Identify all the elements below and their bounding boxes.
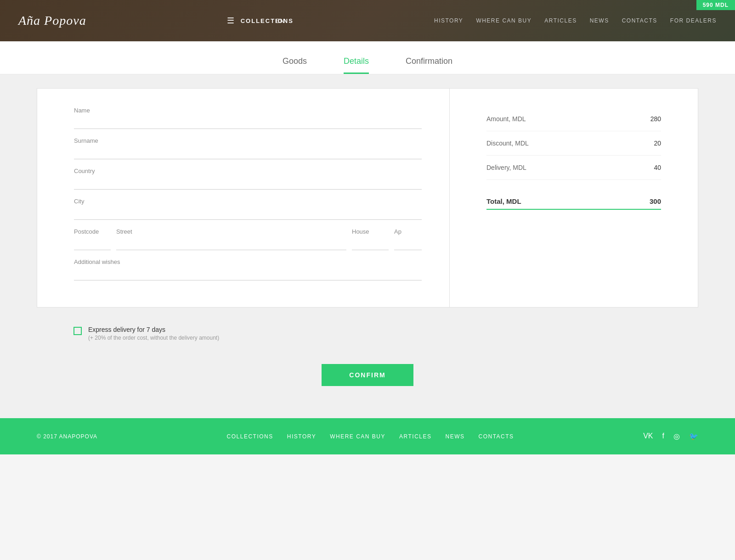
footer-copyright: © 2017 ANAPOPOVA	[37, 433, 97, 440]
surname-input[interactable]	[74, 146, 422, 159]
total-label: Total, MDL	[486, 197, 521, 205]
form-order-box: Name Surname Country City Postcode	[37, 88, 698, 308]
amount-value: 280	[650, 115, 661, 123]
nav-contacts[interactable]: CONTACTS	[622, 17, 657, 24]
footer-link-history[interactable]: HISTORY	[287, 433, 316, 440]
delivery-value: 40	[654, 164, 661, 171]
express-subtitle: (+ 20% of the order cost, without the de…	[88, 335, 219, 341]
footer-link-contacts[interactable]: CONTACTS	[479, 433, 514, 440]
total-value: 300	[650, 197, 661, 205]
main-content: Name Surname Country City Postcode	[0, 74, 735, 418]
collections-label: COLLECTIONS	[241, 17, 294, 24]
step-goods[interactable]: Goods	[283, 56, 307, 74]
express-title: Express delivery for 7 days	[88, 326, 219, 333]
header: Аña Popova EN ☰ COLLECTIONS HISTORY WHER…	[0, 0, 735, 41]
address-row: Postcode Street House Ap	[74, 228, 422, 250]
postcode-label: Postcode	[74, 228, 111, 235]
step-details[interactable]: Details	[344, 56, 369, 74]
footer-link-where-can-buy[interactable]: WHERE CAN BUY	[330, 433, 385, 440]
nav-articles[interactable]: ARTICLES	[544, 17, 577, 24]
cart-badge[interactable]: 590 MDL	[696, 0, 735, 10]
country-input[interactable]	[74, 176, 422, 190]
name-label: Name	[74, 107, 422, 114]
footer: © 2017 ANAPOPOVA COLLECTIONS HISTORY WHE…	[0, 418, 735, 454]
house-group: House	[352, 228, 389, 250]
amount-label: Amount, MDL	[486, 115, 526, 123]
surname-label: Surname	[74, 137, 422, 144]
express-delivery-section: Express delivery for 7 days (+ 20% of th…	[37, 317, 698, 350]
street-group: Street	[116, 228, 346, 250]
postcode-group: Postcode	[74, 228, 111, 250]
surname-group: Surname	[74, 137, 422, 159]
facebook-icon[interactable]: f	[662, 432, 664, 441]
name-input[interactable]	[74, 116, 422, 129]
logo[interactable]: Аña Popova	[18, 13, 86, 28]
street-label: Street	[116, 228, 346, 235]
name-group: Name	[74, 107, 422, 129]
country-group: Country	[74, 168, 422, 190]
footer-link-collections[interactable]: COLLECTIONS	[227, 433, 273, 440]
footer-link-articles[interactable]: ARTICLES	[399, 433, 431, 440]
footer-link-news[interactable]: NEWS	[446, 433, 465, 440]
delivery-row: Delivery, MDL 40	[486, 156, 661, 180]
social-links: VK f ◎ 🐦	[643, 432, 698, 441]
order-summary: Amount, MDL 280 Discount, MDL 20 Deliver…	[450, 89, 698, 307]
express-checkbox[interactable]	[74, 327, 82, 335]
total-row: Total, MDL 300	[486, 189, 661, 210]
menu-icon: ☰	[227, 16, 234, 26]
delivery-label: Delivery, MDL	[486, 164, 526, 171]
city-label: City	[74, 198, 422, 205]
discount-value: 20	[654, 140, 661, 147]
additional-group: Additional wishes	[74, 258, 422, 280]
collections-menu[interactable]: ☰ COLLECTIONS	[227, 16, 294, 26]
step-confirmation[interactable]: Confirmation	[406, 56, 452, 74]
house-label: House	[352, 228, 389, 235]
confirm-area: CONFIRM	[37, 350, 698, 404]
additional-label: Additional wishes	[74, 258, 422, 265]
form-left: Name Surname Country City Postcode	[37, 89, 450, 307]
twitter-icon[interactable]: 🐦	[689, 432, 698, 441]
additional-input[interactable]	[74, 267, 422, 280]
street-input[interactable]	[116, 237, 346, 250]
ap-label: Ap	[394, 228, 422, 235]
country-label: Country	[74, 168, 422, 174]
nav-history[interactable]: HISTORY	[434, 17, 463, 24]
postcode-input[interactable]	[74, 237, 111, 250]
instagram-icon[interactable]: ◎	[673, 432, 680, 441]
city-input[interactable]	[74, 207, 422, 220]
nav-news[interactable]: NEWS	[590, 17, 609, 24]
footer-nav: COLLECTIONS HISTORY WHERE CAN BUY ARTICL…	[227, 433, 514, 440]
footer-inner: © 2017 ANAPOPOVA COLLECTIONS HISTORY WHE…	[37, 432, 698, 441]
discount-row: Discount, MDL 20	[486, 131, 661, 156]
house-input[interactable]	[352, 237, 389, 250]
discount-label: Discount, MDL	[486, 140, 529, 147]
nav-for-dealers[interactable]: FOR DEALERS	[670, 17, 717, 24]
city-group: City	[74, 198, 422, 220]
vk-icon[interactable]: VK	[643, 432, 653, 441]
ap-input[interactable]	[394, 237, 422, 250]
amount-row: Amount, MDL 280	[486, 107, 661, 131]
steps-bar: Goods Details Confirmation	[0, 41, 735, 74]
main-nav: HISTORY WHERE CAN BUY ARTICLES NEWS CONT…	[434, 17, 717, 24]
nav-where-can-buy[interactable]: WHERE CAN BUY	[476, 17, 531, 24]
ap-group: Ap	[394, 228, 422, 250]
confirm-button[interactable]: CONFIRM	[322, 364, 413, 386]
